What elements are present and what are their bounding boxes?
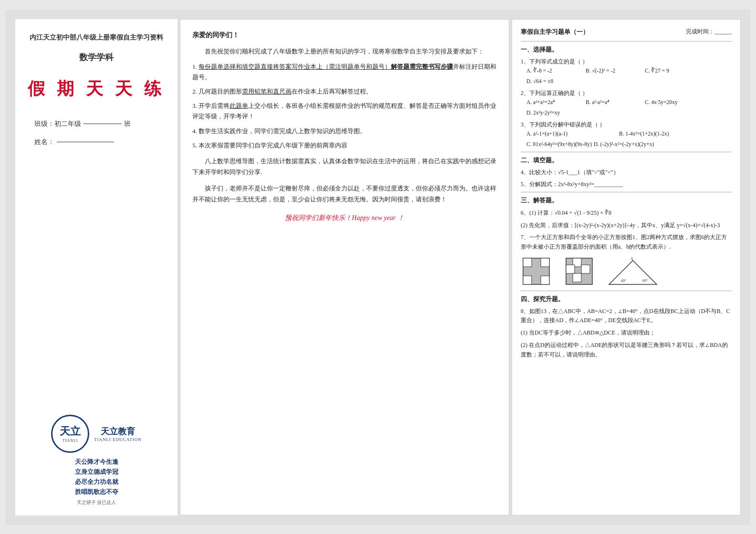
- svg-text:A: A: [630, 257, 633, 261]
- q4-text: 4、比较大小：√5-1___1（填">"或"<"）: [521, 169, 619, 176]
- q3-options-ab: A. a²-1=(a+1)(a-1) B. 1-4x²=(1+2x)(1-2x): [521, 129, 732, 138]
- question-6-1: 6、(1) 计算：√0.04 + √(1 - 9/25) × ∛8: [521, 208, 732, 218]
- svg-rect-8: [566, 265, 575, 273]
- q2-optD: D. 2x²y·2y²=xy: [526, 108, 584, 117]
- rule-4: 4. 数学生活实践作业，同学们需完成八上数学知识的思维导图。: [192, 126, 497, 136]
- question-5: 5、分解因式：2x³-8x²y+8xy²=__________: [521, 180, 732, 189]
- svg-text:②: ②: [576, 286, 580, 287]
- rule4-num: 4.: [192, 127, 197, 135]
- greeting: 亲爱的同学们！: [192, 29, 497, 41]
- question-4: 4、比较大小：√5-1___1（填">"或"<"）: [521, 168, 732, 177]
- q3-optB: B. 1-4x²=(1+2x)(1-2x): [619, 129, 710, 138]
- rule2-num: 2.: [192, 88, 197, 95]
- rule1-bold: 解答题需完整书写步骤: [391, 63, 453, 70]
- q1-optD-row: D. √64 = ±8: [521, 77, 732, 85]
- rule4-text: 数学生活实践作业，同学们需完成八上数学知识的思维导图。: [199, 127, 366, 135]
- q6-text: 6、(1) 计算：√0.04 + √(1 - 9/25) × ∛8: [521, 209, 611, 216]
- q8-1-text: (1) 当DC等于多少时，△ABD≅△DCE，请说明理由；: [521, 329, 655, 336]
- q8-sub2: (2) 在点D的运动过程中，△ADE的形状可以是等腰三角形吗？若可以，求∠BDA…: [521, 340, 732, 360]
- question-1: 1、下列等式成立的是（ ） A. ∛-8 = -2 B. √(-2)² = -2…: [521, 57, 732, 86]
- motto-lines: 天公降才今生逢 立身立德成学冠 必尽全力功名就 胜唱凯歌志不夺: [75, 458, 118, 496]
- figure-2: ②: [564, 256, 599, 287]
- class-info: 班级：初二年级 班 姓名：: [25, 120, 168, 156]
- q3-options-cd: C. 81x²-64y²=(9x+8y)(9x-8y) D. (-2y)²-x²…: [521, 140, 732, 148]
- right-panel: 寒假自主学习题单（一） 完成时间：______ 一、选择题。 1、下列等式成立的…: [512, 19, 741, 515]
- q1-optB: B. √(-2)² = -2: [586, 66, 643, 75]
- left-panel: 内江天立初中部八年级上册寒假自主学习资料 数学学科 假 期 天 天 练 班级：初…: [15, 19, 178, 515]
- question-8: 8、如图13，在△ABC中，AB=AC=2，∠B=40°，点D在线段BC上运动（…: [521, 307, 732, 325]
- svg-text:40°: 40°: [621, 279, 626, 283]
- q1-options: A. ∛-8 = -2 B. √(-2)² = -2 C. ∛27 = 9: [521, 66, 732, 75]
- class-fill: [84, 124, 122, 124]
- divider-3: [521, 192, 732, 192]
- para2: 孩子们，老师并不是让你一定鞭射尽瘁，但必须全力以赴，不要你过度透支，但你必须尽力…: [192, 183, 497, 205]
- para1: 八上数学思维导图，生活统计数据需真实，认真体会数学知识在生活中的运用，将自己在实…: [192, 156, 497, 178]
- rule5-num: 5.: [192, 142, 197, 149]
- motto-4: 胜唱凯歌志不夺: [75, 488, 118, 496]
- logo-cn: 天立教育: [101, 426, 135, 437]
- right-header: 寒假自主学习题单（一） 完成时间：______: [521, 27, 732, 37]
- q6-2-text: (2) 先化简，后求值：[(x-2y)²-(x-2y)(x+2y)]÷4y，其中…: [521, 222, 720, 229]
- svg-rect-4: [541, 276, 549, 284]
- question-3: 3、下列因式分解中错误的是（ ） A. a²-1=(a+1)(a-1) B. 1…: [521, 120, 732, 149]
- completion-time: 完成时间：______: [686, 27, 732, 36]
- rule5-text: 本次寒假需要同学们自学完成八年级下册的前两章内容: [199, 142, 347, 149]
- divider-2: [521, 152, 732, 152]
- subject-name: 数学学科: [79, 52, 114, 63]
- question-2: 2、下列运算正确的是（ ） A. a²+a²=2a⁴ B. a²·a²=a⁴ C…: [521, 89, 732, 117]
- rule3-underline: 此题单: [230, 102, 248, 109]
- q1-optD: D. √64 = ±8: [526, 77, 584, 85]
- right-header-title: 寒假自主学习题单（一）: [521, 27, 589, 37]
- figure-1: ①: [521, 256, 556, 287]
- q2-options: A. a²+a²=2a⁴ B. a²·a²=a⁴ C. 4x·5y=20xy D…: [521, 98, 732, 117]
- svg-text:①: ①: [533, 286, 537, 287]
- class-line: 班级：初二年级 班: [34, 120, 158, 128]
- q8-text: 8、如图13，在△ABC中，AB=AC=2，∠B=40°，点D在线段BC上运动（…: [521, 308, 730, 324]
- logo-en: TIANLI EDUCATION: [94, 437, 142, 442]
- rule-1: 1. 每份题单选择和填空题直接将答案写作业本上（需注明题单号和题号）解答题需完整…: [192, 62, 497, 83]
- new-year-wish: 预祝同学们新年快乐！Happy new year ！: [192, 212, 497, 224]
- section1-title: 一、选择题。: [521, 44, 732, 55]
- q8-2-text: (2) 在点D的运动过程中，△ADE的形状可以是等腰三角形吗？若可以，求∠BDA…: [521, 342, 728, 358]
- svg-rect-3: [523, 276, 532, 284]
- logo-tagline: 天之骄子 业已达人: [77, 499, 116, 506]
- bottom-section: 天立 TIANLI 天立教育 TIANLI EDUCATION 天公降才今生逢 …: [25, 415, 168, 506]
- class-suffix: 班: [124, 120, 131, 128]
- q2-text: 2、下列运算正确的是（ ）: [521, 90, 588, 96]
- rule1-num: 1.: [192, 63, 197, 70]
- rule-3: 3. 开学后需将此题单上交小组长，各班各小组长需根据作业的书写的规范程度、解答是…: [192, 101, 497, 122]
- intro-text: 首先祝贺你们顺利完成了八年级数学上册的所有知识的学习，现将寒假数学自主学习安排及…: [192, 46, 497, 57]
- motto-2: 立身立德成学冠: [75, 468, 118, 476]
- school-name: 内江天立初中部八年级上册寒假自主学习资料: [30, 33, 163, 42]
- q2-optA: A. a²+a²=2a⁴: [526, 98, 584, 106]
- question-7: 7、一个大正方形和四个全等的小正方形按图1、图2两种方式摆放，求图6的大正方形中…: [521, 232, 732, 252]
- divider-1: [521, 41, 732, 42]
- q5-text: 5、分解因式：2x³-8x²y+8xy²=__________: [521, 181, 623, 188]
- figure-row: ① ② B C A 40° 60°: [521, 256, 732, 287]
- rule1-underline: 每份题单选择和填空题直接将答案写作业本上（需注明题单号和题号）: [199, 63, 391, 70]
- logo-circle: 天立 TIANLI: [51, 415, 89, 453]
- question-6-2: (2) 先化简，后求值：[(x-2y)²-(x-2y)(x+2y)]÷4y，其中…: [521, 220, 732, 230]
- section2-title: 二、填空题。: [521, 155, 732, 166]
- name-line: 姓名：: [34, 138, 158, 147]
- logo-sub-text: TIANLI: [63, 439, 78, 443]
- logo-inner-text: 天立: [60, 424, 81, 439]
- q3-optA: A. a²-1=(a+1)(a-1): [526, 129, 617, 138]
- name-fill: [57, 142, 114, 142]
- name-label: 姓名：: [34, 138, 54, 147]
- q2-optC: C. 4x·5y=20xy: [645, 98, 702, 106]
- svg-rect-10: [573, 273, 581, 282]
- q7-text: 7、一个大正方形和四个全等的小正方形按图1、图2两种方式摆放，求图6的大正方形中…: [521, 234, 727, 250]
- q2-optB: B. a²·a²=a⁴: [586, 98, 643, 106]
- q1-text: 1、下列等式成立的是（ ）: [521, 58, 588, 65]
- logo-text-area: 天立教育 TIANLI EDUCATION: [94, 426, 142, 442]
- middle-panel: 亲爱的同学们！ 首先祝贺你们顺利完成了八年级数学上册的所有知识的学习，现将寒假数…: [180, 19, 509, 515]
- svg-rect-2: [541, 258, 549, 267]
- class-label: 班级：初二年级: [34, 120, 81, 128]
- rule-2: 2. 几何题目的图形需用铅笔和直尺画在作业本上后再写解答过程。: [192, 86, 497, 97]
- figure-3: B C A 40° 60°: [607, 256, 659, 287]
- motto-1: 天公降才今生逢: [75, 458, 118, 466]
- q3-text: 3、下列因式分解中错误的是（ ）: [521, 121, 605, 128]
- svg-rect-1: [523, 258, 532, 267]
- motto-3: 必尽全力功名就: [75, 478, 118, 486]
